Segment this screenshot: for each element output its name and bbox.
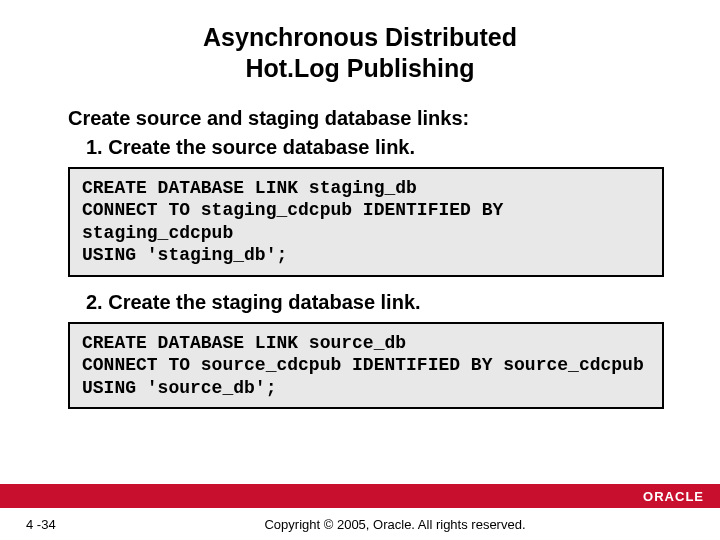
- footer-bar: ORACLE: [0, 484, 720, 508]
- item-text: Create the staging database link.: [108, 291, 420, 313]
- item-text: Create the source database link.: [108, 136, 415, 158]
- code-block: CREATE DATABASE LINK staging_db CONNECT …: [68, 167, 664, 277]
- item-number: 2.: [86, 291, 103, 313]
- code-block: CREATE DATABASE LINK source_db CONNECT T…: [68, 322, 664, 410]
- list-item: 2. Create the staging database link.: [86, 291, 664, 314]
- page-number: 4 -34: [0, 517, 70, 532]
- list-item: 1. Create the source database link.: [86, 136, 664, 159]
- lead-text: Create source and staging database links…: [68, 107, 664, 130]
- title-line-2: Hot.Log Publishing: [245, 54, 474, 82]
- slide-body: Create source and staging database links…: [0, 107, 720, 485]
- oracle-logo: ORACLE: [643, 489, 704, 504]
- copyright-text: Copyright © 2005, Oracle. All rights res…: [70, 517, 720, 532]
- slide: Asynchronous Distributed Hot.Log Publish…: [0, 0, 720, 540]
- item-number: 1.: [86, 136, 103, 158]
- footer-line: 4 -34 Copyright © 2005, Oracle. All righ…: [0, 508, 720, 540]
- title-line-1: Asynchronous Distributed: [203, 23, 517, 51]
- slide-title: Asynchronous Distributed Hot.Log Publish…: [0, 22, 720, 85]
